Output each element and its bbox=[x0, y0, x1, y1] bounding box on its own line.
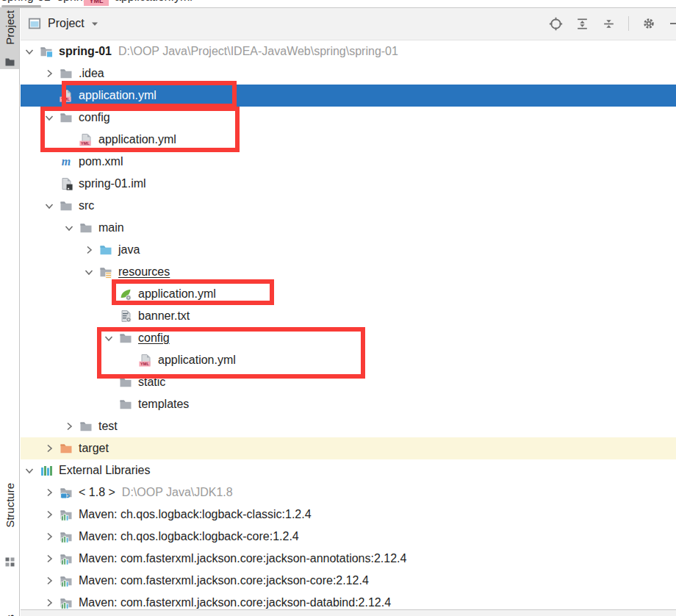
tree-row[interactable]: External Libraries bbox=[21, 459, 676, 481]
chevron-spacer bbox=[43, 178, 55, 190]
breadcrumb: spring-01 spring-01 YML application.yml bbox=[0, 0, 676, 8]
tree-item-label: target bbox=[79, 442, 109, 455]
breadcrumb-item[interactable]: spring-01 bbox=[1, 0, 51, 4]
chevron-down-icon[interactable] bbox=[89, 18, 101, 29]
chevron-down-icon[interactable] bbox=[43, 200, 55, 212]
chevron-right-icon[interactable] bbox=[43, 597, 55, 609]
java-folder-icon bbox=[99, 243, 112, 257]
tree-row[interactable]: templates bbox=[21, 393, 676, 415]
structure-icon bbox=[5, 557, 15, 567]
yml-badge-icon: YML bbox=[84, 0, 109, 6]
resources-folder-icon bbox=[99, 265, 112, 279]
folder-icon bbox=[119, 376, 132, 389]
toolbar-separator bbox=[628, 16, 629, 31]
chevron-spacer bbox=[123, 354, 134, 366]
text-file-icon bbox=[119, 309, 132, 323]
tree-row[interactable]: target bbox=[21, 437, 676, 459]
chevron-down-icon[interactable] bbox=[43, 112, 55, 123]
tree-row[interactable]: java bbox=[21, 239, 676, 261]
tree-item-path: D:\OOP Java\Project\IDEA-JavaWeb\spring\… bbox=[118, 45, 398, 58]
locate-file-button[interactable] bbox=[549, 17, 563, 31]
maven-lib-icon bbox=[60, 508, 73, 521]
chevron-right-icon[interactable] bbox=[43, 487, 55, 498]
chevron-down-icon[interactable] bbox=[103, 332, 115, 344]
tree-item-label: application.yml bbox=[158, 354, 236, 367]
maven-m-icon: m bbox=[60, 155, 73, 168]
tree-row[interactable]: Maven: ch.qos.logback:logback-classic:1.… bbox=[21, 504, 676, 526]
tree-item-label: java bbox=[118, 243, 140, 257]
tree-row[interactable]: test bbox=[21, 415, 676, 437]
maven-lib-icon bbox=[60, 596, 73, 609]
tree-row[interactable]: spring-01D:\OOP Java\Project\IDEA-JavaWe… bbox=[21, 40, 676, 62]
chevron-right-icon[interactable] bbox=[43, 553, 55, 565]
tree-row[interactable]: Maven: com.fasterxml.jackson.core:jackso… bbox=[21, 548, 676, 570]
tree-row[interactable]: mpom.xml bbox=[21, 151, 676, 173]
tree-item-label: .idea bbox=[79, 67, 104, 80]
tree-row[interactable]: application.yml bbox=[21, 283, 676, 305]
chevron-right-icon[interactable] bbox=[43, 509, 55, 520]
tree-row[interactable]: Maven: ch.qos.logback:logback-core:1.2.4 bbox=[21, 526, 676, 548]
tool-window-panel-icon bbox=[28, 17, 41, 30]
tree-item-label: spring-01.iml bbox=[79, 177, 146, 190]
maven-lib-icon bbox=[60, 530, 73, 543]
tree-item-label: pom.xml bbox=[79, 155, 123, 168]
project-folder-icon bbox=[40, 45, 53, 58]
tree-item-label: Maven: com.fasterxml.jackson.core:jackso… bbox=[79, 552, 406, 565]
chevron-right-icon[interactable] bbox=[43, 531, 55, 542]
tree-item-label: Maven: com.fasterxml.jackson.core:jackso… bbox=[79, 574, 369, 587]
tree-row[interactable]: < 1.8 >D:\OOP Java\JDK1.8 bbox=[21, 481, 676, 504]
tree-row[interactable]: YMLapplication.yml bbox=[21, 349, 676, 371]
maven-lib-icon bbox=[60, 574, 73, 587]
expand-all-button[interactable] bbox=[575, 17, 589, 31]
tree-row[interactable]: banner.txt bbox=[21, 305, 676, 327]
chevron-down-icon[interactable] bbox=[83, 266, 95, 278]
tree-item-label: application.yml bbox=[138, 287, 216, 301]
stripe-tab-structure[interactable]: Structure bbox=[0, 481, 19, 571]
yml-file-icon: YML bbox=[60, 89, 73, 102]
tree-row[interactable]: YMLapplication.yml bbox=[21, 85, 676, 107]
tree-row[interactable]: resources bbox=[21, 261, 676, 283]
folder-icon bbox=[119, 332, 132, 345]
jdk-folder-icon bbox=[60, 486, 73, 499]
breadcrumb-item[interactable]: application.yml bbox=[115, 0, 193, 4]
chevron-spacer bbox=[103, 376, 115, 388]
chevron-right-icon[interactable] bbox=[63, 420, 75, 432]
hide-panel-button[interactable] bbox=[669, 17, 676, 30]
stripe-tab-project[interactable]: Project bbox=[0, 7, 19, 69]
tree-item-label: templates bbox=[138, 398, 189, 411]
svg-text:YML: YML bbox=[81, 141, 90, 146]
chevron-right-icon[interactable] bbox=[83, 244, 95, 256]
chevron-right-icon[interactable] bbox=[43, 575, 55, 587]
project-folder-icon bbox=[5, 58, 15, 66]
chevron-down-icon[interactable] bbox=[24, 46, 35, 57]
nav-scrollbar[interactable] bbox=[1, 5, 41, 7]
chevron-down-icon[interactable] bbox=[24, 465, 35, 476]
tree-row[interactable]: static bbox=[21, 371, 676, 393]
tree-row[interactable]: config bbox=[21, 107, 676, 129]
chevron-right-icon[interactable] bbox=[43, 68, 55, 79]
folder-icon bbox=[60, 111, 73, 124]
ide-project-tool-window: spring-01 spring-01 YML application.yml … bbox=[0, 0, 676, 616]
tree-row[interactable]: YMLapplication.yml bbox=[21, 129, 676, 151]
chevron-down-icon[interactable] bbox=[63, 222, 75, 234]
tree-row[interactable]: Maven: com.fasterxml.jackson.core:jackso… bbox=[21, 570, 676, 592]
project-tree: spring-01D:\OOP Java\Project\IDEA-JavaWe… bbox=[21, 40, 676, 614]
chevron-right-icon[interactable] bbox=[43, 443, 55, 454]
tree-item-label: config bbox=[79, 111, 110, 124]
panel-title: Project bbox=[48, 17, 84, 30]
iml-file-icon bbox=[60, 177, 73, 190]
tree-row[interactable]: src bbox=[21, 195, 676, 217]
collapse-all-button[interactable] bbox=[602, 17, 616, 31]
tree-row[interactable]: main bbox=[21, 217, 676, 239]
chevron-spacer bbox=[103, 288, 115, 300]
tree-row[interactable]: spring-01.iml bbox=[21, 173, 676, 195]
libraries-icon bbox=[40, 464, 53, 477]
stripe-tab-partial[interactable]: s bbox=[4, 609, 16, 616]
chevron-spacer bbox=[43, 156, 55, 168]
chevron-spacer bbox=[43, 90, 55, 101]
tree-row[interactable]: .idea bbox=[21, 62, 676, 85]
tree-item-label: banner.txt bbox=[138, 309, 190, 323]
tree-row[interactable]: config bbox=[21, 327, 676, 349]
panel-bottom-edge bbox=[21, 609, 676, 616]
settings-gear-button[interactable] bbox=[641, 16, 656, 31]
